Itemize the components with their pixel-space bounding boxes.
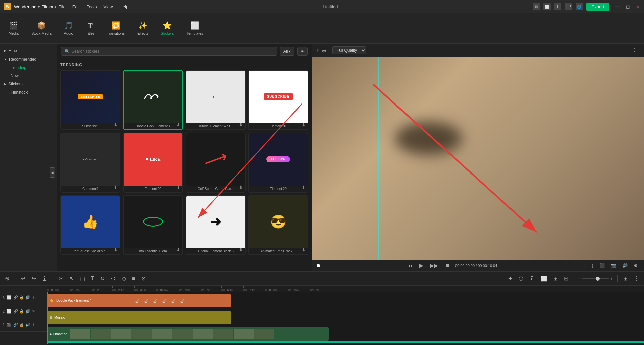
element20-download-icon[interactable]: ⬇ [302,185,306,190]
timeline-clock-button[interactable]: ⏱ [109,275,118,282]
timeline-voice-button[interactable]: 🎙 [528,275,536,282]
zoom-in-icon[interactable]: + [610,276,613,281]
timeline-group-button[interactable]: ⊞ [552,275,559,282]
element02-download-icon[interactable]: ⬇ [176,185,180,190]
timeline-table-button[interactable]: ⊟ [562,275,570,282]
track3-visible-button[interactable]: 👁 [32,323,35,327]
window-close-icon[interactable]: ✕ [636,4,640,9]
search-input-container[interactable]: 🔍 [61,47,277,56]
player-expand-icon[interactable]: ⛶ [634,47,639,53]
search-input[interactable] [72,49,273,54]
timeline-tracks[interactable]: 00:00:00 00:00:02 00:01:16 00:02:12 00:0… [47,286,644,345]
track3-audio-button[interactable]: 🔊 [25,323,30,327]
sticker-element20[interactable]: FOLLOW ⬇ Element 20 [248,133,308,193]
timeline-add-track-button[interactable]: ⊕ [3,275,11,282]
window-minimize-icon[interactable]: ─ [615,3,620,10]
timeline-audio-button[interactable]: ≡ [130,275,137,282]
timeline-rotate-button[interactable]: ↻ [99,275,106,282]
sticker-emoji[interactable]: 😎 ⬇ Animated Emoji Pack ... [248,195,308,255]
timeline-crop-button[interactable]: ⬚ [78,275,87,282]
fit-button[interactable]: ⬛ [598,262,606,269]
track1-audio-button[interactable]: 🔊 [25,295,30,300]
sticker-portuguese[interactable]: 👍 ⬇ Portuguese Social Me... [60,195,120,255]
window-maximize-icon[interactable]: ◻ [626,4,630,9]
track2-lock-button[interactable]: 🔒 [19,309,24,314]
play-button[interactable]: ▶ [418,262,425,269]
timeline-undo-button[interactable]: ↩ [19,275,27,282]
comment1-download-icon[interactable]: ⬇ [114,185,118,190]
track3-link-button[interactable]: 🔗 [13,323,18,327]
timeline-delete-button[interactable]: 🗑 [40,275,49,282]
tool-stickers[interactable]: ⭐ Stickers [155,19,179,38]
download-icon[interactable]: ⬇ [114,122,118,127]
timeline-mark-button[interactable]: ⬡ [517,275,525,282]
tool-stock-media[interactable]: 📦 Stock Media [26,19,57,38]
clip-doodle[interactable]: ⭐ Doodle Pack Element 4 ↙ ↙ ↙ ↙ ↙ ↙ [47,294,231,307]
icon-download[interactable]: ⬇ [554,3,561,10]
sticker-tutorial-black[interactable]: ➜ ⬇ Tutorial Element Black 3 [186,195,246,255]
tool-titles[interactable]: T Titles [80,19,100,38]
sticker-doodle4[interactable]: ⬇ Doodle Pack Element 4 [123,70,183,130]
icon-apps[interactable]: ⋮⋮ [565,3,572,10]
timeline-ai-button[interactable]: ⊙ [140,275,147,282]
zoom-thumb[interactable] [596,277,600,281]
menu-file[interactable]: File [59,4,66,9]
sticker-subscribe1[interactable]: SUBSCRIBE ⬇ Subscribe1 [60,70,120,130]
filter-dropdown[interactable]: All ▾ [280,47,294,56]
mark-in-button[interactable]: { [583,262,587,269]
track1-link-button[interactable]: 🔗 [13,295,18,300]
doodle4-download-icon[interactable]: ⬇ [176,122,180,127]
timeline-text-button[interactable]: T [89,275,96,282]
section-recommended-header[interactable]: ▼ Recommended [0,55,57,64]
menu-edit[interactable]: Edit [72,4,80,9]
tool-transitions[interactable]: 🔁 Transitions [102,19,130,38]
portuguese-download-icon[interactable]: ⬇ [114,247,118,252]
timeline-grid-button[interactable]: ⊞ [622,275,629,282]
timeline-redo-button[interactable]: ↪ [30,275,38,282]
fimo-download-icon[interactable]: ⬇ [176,247,180,252]
element01-download-icon[interactable]: ⬇ [302,122,306,127]
golf-download-icon[interactable]: ⬇ [239,185,243,190]
section-stickers-header[interactable]: ▶ Stickers [0,80,57,88]
icon-monitor[interactable]: 🖥 [533,3,540,10]
settings-button[interactable]: ⚙ [632,262,639,269]
menu-view[interactable]: View [103,4,113,9]
sticker-comment1[interactable]: ● Comment ⬇ Comment1 [60,133,120,193]
quality-select[interactable]: Full Quality Half Quality [332,46,366,54]
square-button[interactable]: ⏹ [443,262,452,269]
tool-media[interactable]: 🎬 Media [3,19,24,38]
track1-visible-button[interactable]: 👁 [32,295,35,300]
tutorial-white-download-icon[interactable]: ⬇ [239,122,243,127]
tool-audio[interactable]: 🎵 Audio [59,19,79,38]
stop-button[interactable]: ▶▶ [428,262,440,269]
track3-lock-button[interactable]: 🔒 [19,323,24,327]
track2-link-button[interactable]: 🔗 [13,309,18,314]
icon-globe[interactable]: 🌐 [576,3,583,10]
audio-button[interactable]: 🔊 [621,262,629,269]
sticker-golf[interactable]: ⟶ ⬇ Golf Sports Game Pac... [186,133,246,193]
track2-visible-button[interactable]: 👁 [32,309,35,314]
tutorial-black-download-icon[interactable]: ⬇ [239,247,243,252]
playhead[interactable] [47,292,48,344]
nav-filmstock[interactable]: Filmstock [7,88,57,96]
emoji-download-icon[interactable]: ⬇ [302,247,306,252]
sticker-tutorial-white[interactable]: ← ⬇ Tutorial Element Whit... [186,70,246,130]
timeline-split-button[interactable]: ⬜ [539,275,549,282]
menu-tools[interactable]: Tools [87,4,97,9]
menu-help[interactable]: Help [119,4,128,9]
tool-effects[interactable]: ✨ Effects [132,19,154,38]
more-options-button[interactable]: ••• [297,47,308,56]
sticker-fimo[interactable]: ⬇ Fimo Essential Elem... [123,195,183,255]
timeline-cut-button[interactable]: ✂ [57,275,65,282]
timeline-color-button[interactable]: ◇ [120,275,128,282]
timeline-more-button[interactable]: ⋮ [632,275,641,282]
panel-collapse-button[interactable]: ◀ [50,167,55,178]
icon-layout[interactable]: ⬜ [543,3,551,10]
zoom-slider[interactable] [582,278,609,279]
clip-mosaic[interactable]: ⊞ Mosaic [47,311,231,324]
timeline-select-button[interactable]: ↖ [68,275,75,282]
mark-out-button[interactable]: } [590,262,595,269]
zoom-out-icon[interactable]: − [578,276,581,281]
screenshot-button[interactable]: 📷 [609,262,618,269]
export-button[interactable]: Export [586,3,610,11]
